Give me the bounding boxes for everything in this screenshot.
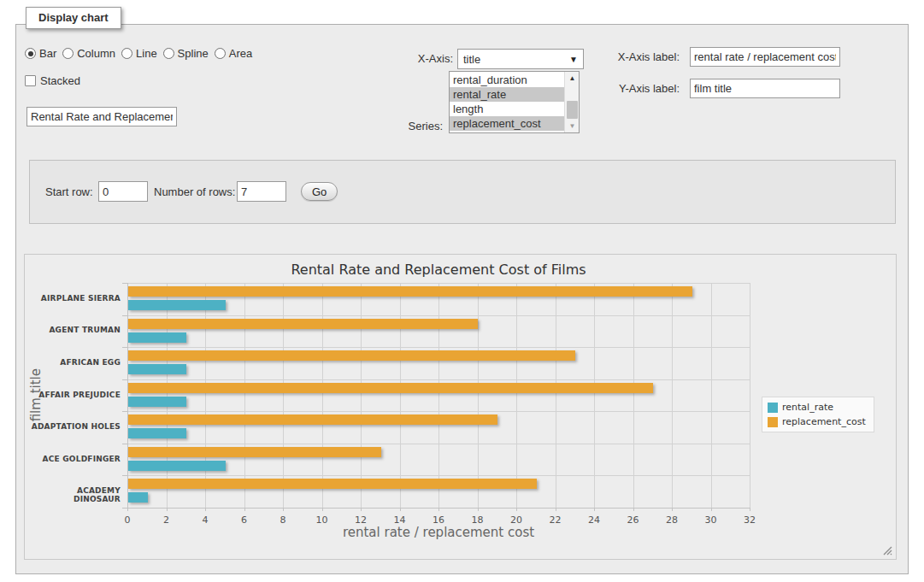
bar-replacement_cost[interactable] xyxy=(128,414,497,425)
bar-replacement_cost[interactable] xyxy=(128,383,653,393)
chevron-down-icon: ▼ xyxy=(569,55,578,64)
gridline xyxy=(244,283,245,508)
chart-type-label: Spline xyxy=(178,47,209,60)
resize-handle-icon[interactable] xyxy=(883,546,892,556)
category-label: ACADEMY DINOSAUR xyxy=(28,486,121,503)
x-axis-label-input[interactable] xyxy=(690,47,840,67)
x-tick-label: 12 xyxy=(348,514,374,526)
series-option-rental_rate[interactable]: rental_rate xyxy=(450,87,564,102)
gridline xyxy=(438,283,439,508)
bar-rental_rate[interactable] xyxy=(128,492,148,503)
legend-label: rental_rate xyxy=(782,402,833,413)
series-option-rental_duration[interactable]: rental_duration xyxy=(450,73,564,87)
gridline xyxy=(127,379,750,380)
x-tick xyxy=(750,508,750,511)
x-tick-label: 14 xyxy=(387,514,413,526)
bar-rental_rate[interactable] xyxy=(128,300,226,310)
bar-rental_rate[interactable] xyxy=(128,364,186,374)
x-tick-label: 10 xyxy=(309,514,335,526)
scroll-up-icon[interactable]: ▲ xyxy=(565,72,580,85)
x-axis-select[interactable]: title ▼ xyxy=(457,49,584,69)
scrollbar-thumb[interactable] xyxy=(567,101,578,119)
gridline xyxy=(127,283,750,284)
chart-type-label: Column xyxy=(77,47,115,60)
gridline xyxy=(750,283,750,508)
fieldset-legend: Display chart xyxy=(26,7,121,29)
chart-type-radio-spline[interactable]: Spline xyxy=(163,47,209,60)
legend-swatch xyxy=(768,403,778,413)
gridline xyxy=(127,315,750,316)
gridline xyxy=(127,475,750,476)
gridline xyxy=(283,283,284,508)
x-axis-title: rental rate / replacement cost xyxy=(127,525,750,540)
bar-replacement_cost[interactable] xyxy=(128,479,537,489)
bar-rental_rate[interactable] xyxy=(128,428,186,438)
x-axis-label-field-label: X-Axis label: xyxy=(598,50,680,63)
chart-container: Rental Rate and Replacement Cost of Film… xyxy=(24,254,897,560)
series-option-replacement_cost[interactable]: replacement_cost xyxy=(450,116,564,131)
x-axis-select-label: X-Axis: xyxy=(376,52,453,65)
series-select-label: Series: xyxy=(368,120,443,132)
x-tick-label: 18 xyxy=(465,514,491,526)
scroll-down-icon[interactable]: ▼ xyxy=(565,120,580,132)
legend-item-replacement_cost[interactable]: replacement_cost xyxy=(768,416,866,427)
go-button[interactable]: Go xyxy=(301,182,338,201)
chart-type-radio-bar[interactable]: Bar xyxy=(25,47,56,60)
x-tick-label: 2 xyxy=(154,514,180,526)
legend-swatch xyxy=(768,417,778,427)
number-of-rows-input[interactable] xyxy=(237,181,286,202)
chart-title-input[interactable] xyxy=(26,107,177,126)
x-tick-label: 0 xyxy=(115,514,140,526)
bar-replacement_cost[interactable] xyxy=(128,350,575,361)
bar-replacement_cost[interactable] xyxy=(128,447,381,457)
gridline xyxy=(633,283,634,508)
series-options: rental_durationrental_ratelengthreplacem… xyxy=(450,73,564,131)
radio-icon[interactable] xyxy=(25,48,36,59)
x-tick-label: 20 xyxy=(503,514,529,526)
x-tick-label: 24 xyxy=(581,514,607,526)
gridline xyxy=(205,283,206,508)
stacked-checkbox[interactable] xyxy=(25,75,36,86)
chart-type-radio-area[interactable]: Area xyxy=(215,47,252,60)
series-option-length[interactable]: length xyxy=(450,102,564,116)
chart-type-radio-group: BarColumnLineSplineArea xyxy=(25,47,252,60)
gridline xyxy=(556,283,556,508)
chart-type-radio-line[interactable]: Line xyxy=(121,47,157,60)
bar-replacement_cost[interactable] xyxy=(128,319,478,329)
category-label: AIRPLANE SIERRA xyxy=(28,294,121,303)
series-scrollbar[interactable]: ▲ ▼ xyxy=(564,72,579,132)
radio-icon[interactable] xyxy=(121,48,132,59)
category-label: AFFAIR PREJUDICE xyxy=(28,391,121,399)
legend-item-rental_rate[interactable]: rental_rate xyxy=(768,402,866,413)
number-of-rows-label: Number of rows: xyxy=(154,185,235,198)
gridline xyxy=(361,283,362,508)
gridline xyxy=(672,283,673,508)
x-tick-label: 26 xyxy=(621,514,646,526)
stacked-checkbox-row[interactable]: Stacked xyxy=(25,74,80,87)
gridline xyxy=(167,283,168,508)
chart-title: Rental Rate and Replacement Cost of Film… xyxy=(127,262,750,278)
gridline xyxy=(516,283,517,508)
radio-icon[interactable] xyxy=(215,48,226,59)
start-row-input[interactable] xyxy=(98,181,148,202)
bar-rental_rate[interactable] xyxy=(128,461,226,471)
chart-type-radio-column[interactable]: Column xyxy=(62,47,115,60)
chart-type-label: Bar xyxy=(39,47,56,60)
start-row-label: Start row: xyxy=(45,185,93,198)
x-tick-label: 22 xyxy=(543,514,568,526)
gridline xyxy=(711,283,712,508)
category-label: AFRICAN EGG xyxy=(28,358,121,367)
chart-type-label: Area xyxy=(229,47,252,60)
legend-label: replacement_cost xyxy=(782,416,866,427)
bar-replacement_cost[interactable] xyxy=(128,286,692,297)
y-axis-label-input[interactable] xyxy=(690,79,840,98)
bar-rental_rate[interactable] xyxy=(128,397,186,407)
radio-icon[interactable] xyxy=(62,48,74,59)
x-tick-label: 28 xyxy=(659,514,685,526)
series-multiselect[interactable]: rental_durationrental_ratelengthreplacem… xyxy=(449,71,580,133)
category-label: ADAPTATION HOLES xyxy=(28,422,121,431)
category-label: AGENT TRUMAN xyxy=(28,326,121,334)
radio-icon[interactable] xyxy=(163,48,174,59)
chart-type-label: Line xyxy=(136,47,157,60)
bar-rental_rate[interactable] xyxy=(128,332,186,343)
